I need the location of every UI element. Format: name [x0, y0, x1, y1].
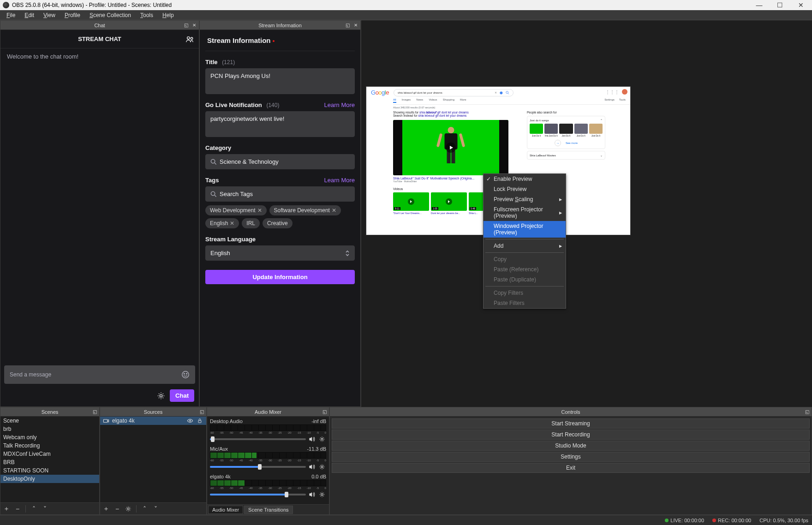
scene-item[interactable]: MDXConf LiveCam	[0, 450, 99, 458]
gear-icon[interactable]	[318, 490, 326, 499]
tag-pill[interactable]: Web Development✕	[205, 205, 267, 215]
maximize-button[interactable]: ☐	[770, 0, 790, 10]
gear-icon[interactable]	[318, 463, 326, 471]
menu-edit[interactable]: Edit	[20, 11, 39, 19]
dock-popout-icon[interactable]: ◱	[344, 22, 351, 29]
menu-help[interactable]: Help	[158, 11, 179, 19]
viewer-list-icon[interactable]	[185, 35, 194, 44]
move-up-button[interactable]: ˄	[30, 505, 38, 513]
mixer-track: elgato 4k0.0 dB-60-55-50-45-40-35-30-25-…	[210, 474, 326, 499]
move-down-button[interactable]: ˅	[151, 505, 160, 513]
video-thumbnail: 9:11"Don't Let Your Dreams...	[393, 192, 429, 215]
menu-tools[interactable]: Tools	[136, 11, 158, 19]
preview-area[interactable]: Google shia labeouf gif dont let your dr…	[361, 20, 812, 407]
update-info-button[interactable]: Update Information	[205, 270, 355, 284]
remove-source-button[interactable]: −	[113, 505, 121, 513]
scene-item[interactable]: brb	[0, 425, 99, 433]
source-props-button[interactable]	[124, 505, 132, 513]
volume-slider[interactable]	[210, 466, 306, 468]
category-input[interactable]: Science & Technology	[205, 154, 355, 169]
dock-popout-icon[interactable]: ◱	[321, 409, 328, 415]
chat-messages: Welcome to the chat room!	[0, 48, 199, 362]
context-menu-item[interactable]: ✓Enable Preview	[484, 174, 566, 184]
menu-scene-collection[interactable]: Scene Collection	[85, 11, 136, 19]
menu-file[interactable]: File	[2, 11, 20, 19]
tag-pill[interactable]: English✕	[205, 218, 239, 228]
learn-more-link[interactable]: Learn More	[324, 177, 355, 184]
chat-settings-icon[interactable]	[156, 391, 166, 401]
scene-item[interactable]: DesktopOnly	[0, 475, 99, 483]
chat-send-button[interactable]: Chat	[170, 389, 194, 402]
add-source-button[interactable]: ＋	[102, 505, 110, 513]
volume-slider[interactable]	[210, 438, 306, 440]
lock-icon[interactable]	[197, 418, 203, 424]
language-select[interactable]: English	[205, 245, 355, 261]
dock-popout-icon[interactable]: ◱	[182, 22, 190, 29]
title-bar: OBS 25.0.8 (64-bit, windows) - Profile: …	[0, 0, 812, 10]
context-menu-item: Copy Filters	[484, 288, 566, 298]
move-down-button[interactable]: ˅	[41, 505, 49, 513]
control-button[interactable]: Studio Mode	[332, 441, 810, 451]
dock-close-icon[interactable]: ✕	[352, 22, 359, 29]
dock-popout-icon[interactable]: ◱	[803, 409, 811, 415]
title-input[interactable]: PCN Plays Among Us!	[205, 68, 355, 94]
context-menu-item[interactable]: Preview Scaling▶	[484, 194, 566, 204]
sources-header[interactable]: Sources ◱	[100, 407, 206, 417]
scene-item[interactable]: Scene	[0, 417, 99, 425]
stream-info-dock: Stream Information ◱ ✕ Stream Informatio…	[199, 20, 361, 407]
status-cpu: CPU: 0.5%, 30.00 fps	[759, 518, 808, 523]
tag-pill[interactable]: Creative	[263, 218, 293, 228]
emote-picker-icon[interactable]	[181, 370, 190, 379]
gear-icon[interactable]	[318, 435, 326, 443]
scene-item[interactable]: Talk Recording	[0, 441, 99, 450]
stream-info-header[interactable]: Stream Information ◱ ✕	[200, 21, 360, 30]
control-button[interactable]: Start Streaming	[332, 418, 810, 429]
context-menu-item[interactable]: Fullscreen Projector (Preview)▶	[484, 204, 566, 221]
dock-popout-icon[interactable]: ◱	[91, 409, 98, 415]
menu-profile[interactable]: Profile	[60, 11, 85, 19]
menu-view[interactable]: View	[39, 11, 60, 19]
scene-item[interactable]: BRB	[0, 458, 99, 466]
stream-info-dock-title: Stream Information	[258, 23, 302, 28]
golive-input[interactable]: partycorginetwork went live!	[205, 111, 355, 137]
dock-close-icon[interactable]: ✕	[191, 22, 198, 29]
chat-placeholder: Send a message	[10, 371, 51, 378]
chat-dock-header[interactable]: Chat ◱ ✕	[0, 21, 199, 30]
context-menu-item[interactable]: Add▶	[484, 241, 566, 251]
chevron-updown-icon	[345, 250, 350, 257]
tab-audio-mixer[interactable]: Audio Mixer	[208, 506, 243, 514]
learn-more-link[interactable]: Learn More	[324, 101, 355, 108]
control-button[interactable]: Start Recording	[332, 430, 810, 440]
speaker-icon[interactable]	[308, 463, 316, 471]
chat-dock: Chat ◱ ✕ STREAM CHAT Welcome to the chat…	[0, 20, 199, 407]
remove-scene-button[interactable]: −	[13, 505, 22, 513]
context-menu-item[interactable]: Lock Preview	[484, 184, 566, 194]
tag-pill[interactable]: IRL	[242, 218, 260, 228]
add-scene-button[interactable]: ＋	[2, 505, 11, 513]
scene-item[interactable]: STARTING SOON	[0, 466, 99, 475]
tags-input[interactable]: Search Tags	[205, 186, 355, 202]
tab-scene-transitions[interactable]: Scene Transitions	[244, 506, 293, 514]
controls-header[interactable]: Controls ◱	[330, 407, 812, 417]
source-item[interactable]: elgato 4k	[100, 417, 206, 425]
tab-videos: Videos	[429, 98, 437, 103]
speaker-icon[interactable]	[308, 435, 316, 443]
volume-slider[interactable]	[210, 494, 306, 495]
chat-input[interactable]: Send a message	[4, 365, 195, 384]
scene-item[interactable]: Webcam only	[0, 433, 99, 441]
control-button[interactable]: Settings	[332, 452, 810, 462]
tab-images: Images	[402, 98, 411, 103]
scenes-header[interactable]: Scenes ◱	[0, 407, 99, 417]
svg-point-13	[321, 438, 323, 440]
mixer-header[interactable]: Audio Mixer ◱	[207, 407, 329, 417]
move-up-button[interactable]: ˄	[140, 505, 149, 513]
context-menu-item[interactable]: Windowed Projector (Preview)	[484, 221, 566, 238]
close-button[interactable]: ✕	[790, 0, 811, 10]
speaker-icon[interactable]	[308, 490, 316, 499]
featured-video	[393, 120, 508, 175]
control-button[interactable]: Exit	[332, 463, 810, 473]
minimize-button[interactable]: —	[749, 0, 770, 10]
tag-pill[interactable]: Software Development✕	[269, 205, 341, 215]
dock-popout-icon[interactable]: ◱	[198, 409, 205, 415]
visibility-icon[interactable]	[187, 418, 193, 424]
